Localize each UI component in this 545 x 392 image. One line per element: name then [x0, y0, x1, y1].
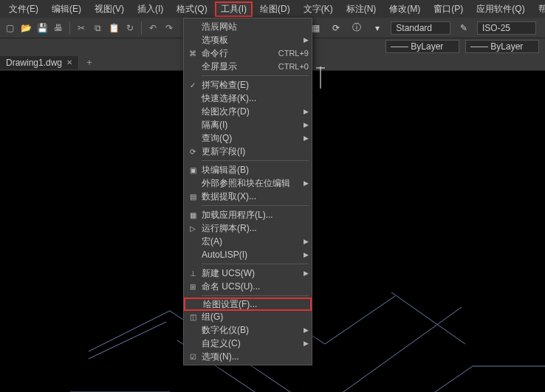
- submenu-arrow-icon: ▶: [301, 326, 309, 334]
- refresh-icon[interactable]: ⟳: [329, 21, 343, 35]
- plot-icon[interactable]: 🖶: [52, 21, 65, 35]
- menu-entry[interactable]: ▷运行脚本(R)...: [184, 221, 312, 235]
- svg-line-10: [414, 366, 473, 392]
- rotate-icon[interactable]: ↻: [123, 21, 137, 35]
- submenu-arrow-icon: ▶: [301, 340, 309, 347]
- menu-item-2[interactable]: 视图(V): [89, 1, 130, 17]
- menu-entry[interactable]: 绘图次序(D)▶: [184, 105, 312, 118]
- menu-entry-label: 运行脚本(R)...: [202, 222, 309, 235]
- tab-drawing1[interactable]: Drawing1.dwg ✕: [0, 56, 79, 69]
- open-icon[interactable]: 📂: [19, 21, 32, 35]
- menu-entry[interactable]: ✓拼写检查(E): [184, 78, 312, 92]
- menu-entry-label: 查询(Q): [202, 132, 301, 145]
- menu-entry[interactable]: ◫组(G): [184, 310, 312, 323]
- menu-entry[interactable]: ▤数据提取(X)...: [184, 190, 312, 203]
- menu-entry-icon: ⊥: [184, 267, 202, 280]
- svg-line-1: [318, 307, 462, 392]
- menu-entry-icon: ⊞: [184, 280, 202, 293]
- menubar: 文件(E)编辑(E)视图(V)插入(I)格式(Q)工具(I)绘图(D)文字(K)…: [0, 0, 545, 18]
- undo-icon[interactable]: ↶: [146, 21, 160, 35]
- menu-entry[interactable]: 全屏显示CTRL+0: [184, 60, 312, 73]
- menu-entry[interactable]: 自定义(C)▶: [184, 337, 312, 350]
- menu-entry-icon: ▷: [184, 221, 202, 235]
- menu-entry-shortcut: CTRL+9: [278, 49, 309, 58]
- copy-icon[interactable]: ⧉: [91, 21, 104, 35]
- menu-entry-icon: [184, 248, 202, 261]
- menu-item-4[interactable]: 格式(Q): [171, 1, 213, 17]
- tools-menu-dropdown: 浩辰网站选项板▶⌘命令行CTRL+9全屏显示CTRL+0✓拼写检查(E)快速选择…: [183, 18, 312, 365]
- menu-entry[interactable]: 选项板▶: [184, 33, 312, 47]
- linetype-combo-2[interactable]: —— ByLayer: [465, 40, 539, 53]
- menu-item-0[interactable]: 文件(E): [3, 1, 44, 17]
- text-style-combo[interactable]: Standard: [391, 21, 450, 35]
- menu-entry[interactable]: 宏(A)▶: [184, 235, 312, 248]
- menu-entry[interactable]: ☑选项(N)...: [184, 350, 312, 363]
- paste-icon[interactable]: 📋: [107, 21, 120, 35]
- menu-item-8[interactable]: 标注(N): [340, 1, 383, 17]
- submenu-arrow-icon: ▶: [301, 238, 309, 245]
- submenu-arrow-icon: ▶: [301, 134, 309, 142]
- menu-entry-label: 绘图设置(F)...: [203, 298, 307, 311]
- menu-entry[interactable]: 外部参照和块在位编辑▶: [184, 176, 312, 190]
- menu-entry-icon: [184, 92, 202, 105]
- svg-line-4: [89, 322, 166, 359]
- menu-item-11[interactable]: 应用软件(Q): [470, 1, 530, 17]
- menu-entry-icon: ⟳: [184, 145, 202, 158]
- menu-entry[interactable]: 查询(Q)▶: [184, 131, 312, 145]
- menu-entry-icon: [184, 60, 202, 73]
- menu-entry-label: 全屏显示: [202, 61, 272, 73]
- menu-entry-label: 自定义(C): [202, 337, 301, 350]
- menu-entry-label: AutoLISP(I): [202, 250, 301, 260]
- menu-entry[interactable]: 隔离(I)▶: [184, 118, 312, 131]
- menu-entry[interactable]: ⌘命令行CTRL+9: [184, 47, 312, 60]
- dim-style-combo[interactable]: ISO-25: [477, 21, 536, 35]
- menu-entry[interactable]: AutoLISP(I)▶: [184, 248, 312, 261]
- menu-entry[interactable]: ▦加载应用程序(L)...: [184, 208, 312, 221]
- menu-entry-icon: ▦: [184, 208, 202, 221]
- tab-label: Drawing1.dwg: [6, 58, 62, 68]
- menu-item-3[interactable]: 插入(I): [131, 1, 169, 17]
- menu-item-7[interactable]: 文字(K): [298, 1, 339, 17]
- menu-item-6[interactable]: 绘图(D): [254, 1, 296, 17]
- menu-entry[interactable]: ⟳更新字段(I): [184, 145, 312, 158]
- menu-entry[interactable]: ⊥新建 UCS(W)▶: [184, 267, 312, 280]
- submenu-arrow-icon: ▶: [301, 269, 309, 277]
- chevron-down-icon[interactable]: ▾: [370, 21, 385, 35]
- menu-entry-icon: ▣: [184, 163, 202, 176]
- menu-item-5[interactable]: 工具(I): [215, 1, 253, 17]
- menu-item-1[interactable]: 编辑(E): [46, 1, 87, 17]
- new-icon[interactable]: ▢: [3, 21, 16, 35]
- dim-icon[interactable]: ✎: [456, 21, 471, 35]
- menu-item-9[interactable]: 修改(M): [383, 1, 426, 17]
- menu-entry-label: 数字化仪(B): [202, 324, 301, 337]
- submenu-arrow-icon: ▶: [301, 121, 309, 128]
- menu-item-12[interactable]: 帮助(H): [532, 1, 545, 17]
- menu-entry[interactable]: 快速选择(K)...: [184, 92, 312, 105]
- menu-item-10[interactable]: 窗口(P): [428, 1, 469, 17]
- menu-entry-label: 绘图次序(D): [202, 106, 301, 118]
- menu-separator: [202, 205, 309, 206]
- menu-entry[interactable]: ⊞命名 UCS(U)...: [184, 280, 312, 293]
- menu-entry-label: 块编辑器(B): [202, 164, 309, 176]
- menu-entry-label: 新建 UCS(W): [202, 267, 301, 280]
- save-icon[interactable]: 💾: [35, 21, 49, 35]
- tab-add[interactable]: ＋: [79, 55, 100, 70]
- menu-separator: [202, 264, 309, 264]
- submenu-arrow-icon: ▶: [301, 108, 309, 115]
- menu-entry-icon: ◫: [184, 310, 202, 323]
- menu-entry[interactable]: ▣块编辑器(B): [184, 163, 312, 176]
- submenu-arrow-icon: ▶: [301, 251, 309, 258]
- info-icon[interactable]: ⓘ: [349, 21, 364, 35]
- svg-line-3: [89, 311, 170, 351]
- menu-entry-label: 组(G): [202, 311, 309, 323]
- linetype-combo-1[interactable]: —— ByLayer: [385, 40, 459, 53]
- close-icon[interactable]: ✕: [66, 58, 72, 66]
- cut-icon[interactable]: ✂: [75, 21, 88, 35]
- menu-entry-icon: [184, 176, 202, 190]
- menu-entry[interactable]: 绘图设置(F)...: [184, 298, 312, 311]
- menu-entry-icon: ✓: [184, 78, 202, 92]
- redo-icon[interactable]: ↷: [162, 21, 176, 35]
- menu-entry[interactable]: 数字化仪(B)▶: [184, 323, 312, 337]
- menu-entry[interactable]: 浩辰网站: [184, 20, 312, 33]
- menu-entry-label: 选项(N)...: [202, 351, 309, 363]
